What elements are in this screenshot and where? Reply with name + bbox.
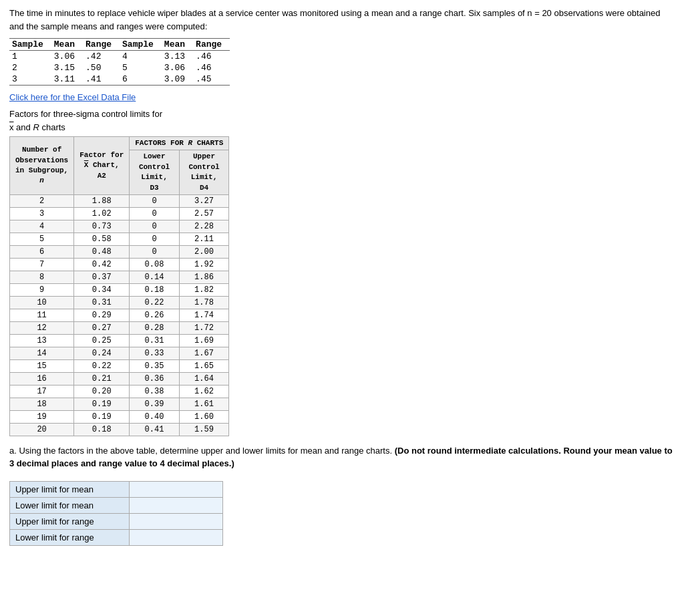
th-a2: Factor forX Chart,A2 bbox=[74, 137, 130, 195]
answer-input-cell bbox=[130, 529, 223, 545]
table-cell: 1.74 bbox=[179, 309, 229, 321]
table-cell: 0.21 bbox=[74, 372, 130, 385]
table-cell: 3.06 bbox=[162, 62, 193, 73]
table-cell: .41 bbox=[83, 73, 120, 86]
table-cell: 2 bbox=[10, 194, 74, 207]
col-header-mean2: Mean bbox=[162, 39, 193, 51]
table-cell: 18 bbox=[10, 398, 74, 410]
table-cell: 1.92 bbox=[179, 258, 229, 271]
table-cell: 1.61 bbox=[179, 398, 229, 410]
intro-text: The time in minutes to replace vehicle w… bbox=[9, 7, 675, 33]
table-cell: 4 bbox=[10, 220, 74, 233]
xbar-r-label: x and R charts bbox=[9, 122, 65, 132]
table-cell: 6 bbox=[120, 73, 162, 86]
answer-label: Upper limit for mean bbox=[10, 481, 130, 497]
table-cell: 3.15 bbox=[51, 62, 83, 73]
col-header-sample1: Sample bbox=[9, 39, 51, 51]
table-cell: 3.06 bbox=[51, 51, 83, 63]
table-cell: 3.27 bbox=[179, 194, 229, 207]
table-cell: 3.11 bbox=[51, 73, 83, 86]
answer-input-cell bbox=[130, 481, 223, 497]
table-cell: 8 bbox=[10, 271, 74, 283]
table-cell: 2 bbox=[9, 62, 51, 73]
table-cell: 0.39 bbox=[130, 398, 180, 410]
factors-table-wrapper: Number ofObservationsin Subgroup,n Facto… bbox=[9, 136, 675, 436]
table-cell: 0 bbox=[130, 207, 180, 220]
table-cell: 1.69 bbox=[179, 334, 229, 347]
table-cell: 0.18 bbox=[74, 423, 130, 436]
table-cell: 0.20 bbox=[74, 385, 130, 398]
table-cell: 0.19 bbox=[74, 410, 130, 423]
sample-data-table: Sample Mean Range Sample Mean Range 13.0… bbox=[9, 38, 230, 86]
table-cell: 1.02 bbox=[74, 207, 130, 220]
th-observations: Number ofObservationsin Subgroup,n bbox=[10, 137, 74, 195]
factors-label: Factors for three-sigma control limits f… bbox=[9, 108, 675, 134]
th-r-charts: FACTORS FOR R CHARTS bbox=[130, 137, 229, 150]
question-text: a. Using the factors in the above table,… bbox=[9, 444, 675, 470]
table-cell: 0.27 bbox=[74, 321, 130, 334]
table-cell: 0 bbox=[130, 194, 180, 207]
col-header-sample2: Sample bbox=[120, 39, 162, 51]
table-cell: 15 bbox=[10, 359, 74, 372]
table-cell: 16 bbox=[10, 372, 74, 385]
table-cell: 1.64 bbox=[179, 372, 229, 385]
table-cell: 10 bbox=[10, 296, 74, 309]
table-cell: 1.78 bbox=[179, 296, 229, 309]
table-cell: .45 bbox=[193, 73, 230, 86]
table-cell: 0.08 bbox=[130, 258, 180, 271]
table-cell: .42 bbox=[83, 51, 120, 63]
table-cell: 1.82 bbox=[179, 283, 229, 296]
table-cell: 5 bbox=[120, 62, 162, 73]
table-cell: .46 bbox=[193, 51, 230, 63]
table-cell: 4 bbox=[120, 51, 162, 63]
table-cell: 1.67 bbox=[179, 347, 229, 359]
factors-table: Number ofObservationsin Subgroup,n Facto… bbox=[9, 136, 229, 436]
table-cell: 2.28 bbox=[179, 220, 229, 233]
table-cell: 0 bbox=[130, 233, 180, 245]
table-cell: 0.48 bbox=[74, 245, 130, 258]
table-cell: .46 bbox=[193, 62, 230, 73]
table-cell: 0.18 bbox=[130, 283, 180, 296]
table-cell: 0 bbox=[130, 220, 180, 233]
table-cell: 1.72 bbox=[179, 321, 229, 334]
col-header-mean1: Mean bbox=[51, 39, 83, 51]
table-cell: 0.41 bbox=[130, 423, 180, 436]
table-cell: 0.22 bbox=[130, 296, 180, 309]
col-header-range2: Range bbox=[193, 39, 230, 51]
table-cell: 3.13 bbox=[162, 51, 193, 63]
table-cell: 9 bbox=[10, 283, 74, 296]
question-a-normal: a. Using the factors in the above table,… bbox=[9, 446, 392, 456]
table-cell: 14 bbox=[10, 347, 74, 359]
table-cell: 0.26 bbox=[130, 309, 180, 321]
table-cell: 0.31 bbox=[74, 296, 130, 309]
table-cell: 6 bbox=[10, 245, 74, 258]
table-cell: 0.42 bbox=[74, 258, 130, 271]
table-cell: 2.00 bbox=[179, 245, 229, 258]
table-cell: 3 bbox=[9, 73, 51, 86]
th-d3: LowerControlLimit,D3 bbox=[130, 150, 180, 195]
table-cell: 0.33 bbox=[130, 347, 180, 359]
answer-table: Upper limit for mean Lower limit for mea… bbox=[9, 481, 223, 546]
table-cell: 1.86 bbox=[179, 271, 229, 283]
table-cell: 12 bbox=[10, 321, 74, 334]
table-cell: 0.37 bbox=[74, 271, 130, 283]
table-cell: 1.88 bbox=[74, 194, 130, 207]
th-d4: UpperControlLimit,D4 bbox=[179, 150, 229, 195]
table-cell: 11 bbox=[10, 309, 74, 321]
answer-label: Lower limit for range bbox=[10, 529, 130, 545]
table-cell: 0.34 bbox=[74, 283, 130, 296]
table-cell: 0 bbox=[130, 245, 180, 258]
excel-link[interactable]: Click here for the Excel Data File bbox=[9, 92, 675, 102]
table-cell: 2.57 bbox=[179, 207, 229, 220]
table-cell: 1.65 bbox=[179, 359, 229, 372]
table-cell: 0.31 bbox=[130, 334, 180, 347]
table-cell: 0.29 bbox=[74, 309, 130, 321]
answer-label: Upper limit for range bbox=[10, 513, 130, 529]
table-cell: 3 bbox=[10, 207, 74, 220]
table-cell: .50 bbox=[83, 62, 120, 73]
table-cell: 0.22 bbox=[74, 359, 130, 372]
table-cell: 7 bbox=[10, 258, 74, 271]
table-cell: 1.62 bbox=[179, 385, 229, 398]
table-cell: 0.19 bbox=[74, 398, 130, 410]
table-cell: 17 bbox=[10, 385, 74, 398]
